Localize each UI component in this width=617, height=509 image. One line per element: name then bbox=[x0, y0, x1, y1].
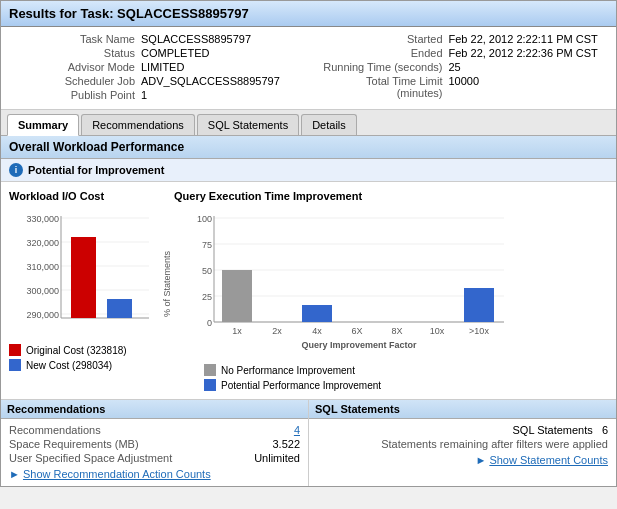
query-chart-title: Query Execution Time Improvement bbox=[174, 190, 608, 202]
svg-text:10x: 10x bbox=[430, 326, 445, 336]
tab-summary[interactable]: Summary bbox=[7, 114, 79, 136]
legend-original-box bbox=[9, 344, 21, 356]
info-label: Advisor Mode bbox=[11, 61, 141, 73]
tab-sql-statements[interactable]: SQL Statements bbox=[197, 114, 299, 135]
info-icon: i bbox=[9, 163, 23, 177]
bottom-panels: Recommendations Recommendations 4 Space … bbox=[1, 399, 616, 486]
svg-text:4x: 4x bbox=[312, 326, 322, 336]
info-value: ADV_SQLACCESS8895797 bbox=[141, 75, 280, 87]
query-execution-chart: Query Execution Time Improvement % of St… bbox=[174, 190, 608, 391]
info-label: Total Time Limit (minutes) bbox=[319, 75, 449, 99]
rec-value-1[interactable]: 4 bbox=[294, 424, 300, 436]
rec-row-1: Recommendations 4 bbox=[9, 424, 300, 436]
svg-text:8X: 8X bbox=[391, 326, 402, 336]
svg-text:330,000: 330,000 bbox=[26, 214, 59, 224]
info-value: SQLACCESS8895797 bbox=[141, 33, 251, 45]
bar-gt10x bbox=[464, 288, 494, 322]
svg-text:50: 50 bbox=[202, 266, 212, 276]
svg-text:310,000: 310,000 bbox=[26, 262, 59, 272]
info-value: Feb 22, 2012 2:22:36 PM CST bbox=[449, 47, 598, 59]
query-chart-svg-container: 100 75 50 25 0 bbox=[194, 208, 514, 360]
rec-label-3: User Specified Space Adjustment bbox=[9, 452, 172, 464]
rec-row-2: Space Requirements (MB) 3.522 bbox=[9, 438, 300, 450]
sql-count-row: SQL Statements 6 bbox=[317, 424, 608, 436]
bar-4x bbox=[302, 305, 332, 322]
info-label: Scheduler Job bbox=[11, 75, 141, 87]
info-label: Ended bbox=[319, 47, 449, 59]
legend-new-box bbox=[9, 359, 21, 371]
new-cost-bar bbox=[107, 299, 132, 318]
sql-arrow-icon: ► bbox=[475, 454, 489, 466]
show-recommendation-link[interactable]: Show Recommendation Action Counts bbox=[23, 468, 211, 480]
show-statement-link[interactable]: Show Statement Counts bbox=[489, 454, 608, 466]
show-statement-link-row: ► Show Statement Counts bbox=[317, 454, 608, 466]
task-info-row: Total Time Limit (minutes)10000 bbox=[319, 75, 607, 99]
legend-potential-improvement: Potential Performance Improvement bbox=[204, 379, 608, 391]
legend-potential-box bbox=[204, 379, 216, 391]
rec-value-3: Unlimited bbox=[254, 452, 300, 464]
legend-original-label: Original Cost (323818) bbox=[26, 345, 127, 356]
task-info-row: Task NameSQLACCESS8895797 bbox=[11, 33, 299, 45]
y-axis-label: % of Statements bbox=[162, 251, 172, 317]
info-value: LIMITED bbox=[141, 61, 184, 73]
svg-text:320,000: 320,000 bbox=[26, 238, 59, 248]
svg-text:2x: 2x bbox=[272, 326, 282, 336]
window-title: Results for Task: SQLACCESS8895797 bbox=[9, 6, 249, 21]
rec-action-link-row: ► Show Recommendation Action Counts bbox=[9, 468, 300, 480]
svg-text:75: 75 bbox=[202, 240, 212, 250]
bar-1x bbox=[222, 270, 252, 322]
title-bar: Results for Task: SQLACCESS8895797 bbox=[1, 1, 616, 27]
task-info-panel: Task NameSQLACCESS8895797StatusCOMPLETED… bbox=[1, 27, 616, 110]
tab-details[interactable]: Details bbox=[301, 114, 357, 135]
workload-legend: Original Cost (323818) New Cost (298034) bbox=[9, 344, 164, 371]
y-axis-label-container: % of Statements bbox=[174, 208, 188, 360]
svg-text:100: 100 bbox=[197, 214, 212, 224]
legend-new-label: New Cost (298034) bbox=[26, 360, 112, 371]
potential-header: i Potential for Improvement bbox=[1, 159, 616, 182]
original-cost-bar bbox=[71, 237, 96, 318]
task-info-row: Running Time (seconds)25 bbox=[319, 61, 607, 73]
query-legend: No Performance Improvement Potential Per… bbox=[204, 364, 608, 391]
main-window: Results for Task: SQLACCESS8895797 Task … bbox=[0, 0, 617, 487]
arrow-icon: ► bbox=[9, 468, 23, 480]
svg-text:300,000: 300,000 bbox=[26, 286, 59, 296]
charts-area: Workload I/O Cost 330,000 320,000 310,00… bbox=[1, 182, 616, 399]
task-info-row: StartedFeb 22, 2012 2:22:11 PM CST bbox=[319, 33, 607, 45]
tab-bar: SummaryRecommendationsSQL StatementsDeta… bbox=[1, 110, 616, 136]
rec-label-1: Recommendations bbox=[9, 424, 101, 436]
sql-statements-text: Statements remaining after filters were … bbox=[317, 438, 608, 450]
sql-panel-header: SQL Statements bbox=[309, 400, 616, 419]
info-value: 25 bbox=[449, 61, 461, 73]
legend-original: Original Cost (323818) bbox=[9, 344, 164, 356]
svg-text:6X: 6X bbox=[351, 326, 362, 336]
workload-io-svg: 330,000 320,000 310,000 300,000 290,000 bbox=[9, 208, 154, 338]
info-value: COMPLETED bbox=[141, 47, 209, 59]
rec-label-2: Space Requirements (MB) bbox=[9, 438, 139, 450]
info-label: Started bbox=[319, 33, 449, 45]
info-label: Publish Point bbox=[11, 89, 141, 101]
legend-no-improvement-label: No Performance Improvement bbox=[221, 365, 355, 376]
recommendations-panel-header: Recommendations bbox=[1, 400, 308, 419]
task-info-left: Task NameSQLACCESS8895797StatusCOMPLETED… bbox=[11, 33, 299, 103]
svg-text:Query Improvement Factor: Query Improvement Factor bbox=[301, 340, 417, 350]
task-info-row: Publish Point1 bbox=[11, 89, 299, 101]
rec-value-2: 3.522 bbox=[272, 438, 300, 450]
svg-text:25: 25 bbox=[202, 292, 212, 302]
tab-recommendations[interactable]: Recommendations bbox=[81, 114, 195, 135]
svg-text:290,000: 290,000 bbox=[26, 310, 59, 320]
legend-new: New Cost (298034) bbox=[9, 359, 164, 371]
legend-potential-label: Potential Performance Improvement bbox=[221, 380, 381, 391]
svg-text:1x: 1x bbox=[232, 326, 242, 336]
svg-text:0: 0 bbox=[207, 318, 212, 328]
info-label: Task Name bbox=[11, 33, 141, 45]
info-label: Running Time (seconds) bbox=[319, 61, 449, 73]
rec-row-3: User Specified Space Adjustment Unlimite… bbox=[9, 452, 300, 464]
info-value: 1 bbox=[141, 89, 147, 101]
legend-no-improvement-box bbox=[204, 364, 216, 376]
task-info-right: StartedFeb 22, 2012 2:22:11 PM CSTEndedF… bbox=[319, 33, 607, 103]
sql-count-value: 6 bbox=[602, 424, 608, 436]
legend-no-improvement: No Performance Improvement bbox=[204, 364, 608, 376]
info-value: Feb 22, 2012 2:22:11 PM CST bbox=[449, 33, 598, 45]
query-execution-svg: 100 75 50 25 0 bbox=[194, 208, 514, 358]
section-header: Overall Workload Performance bbox=[1, 136, 616, 159]
